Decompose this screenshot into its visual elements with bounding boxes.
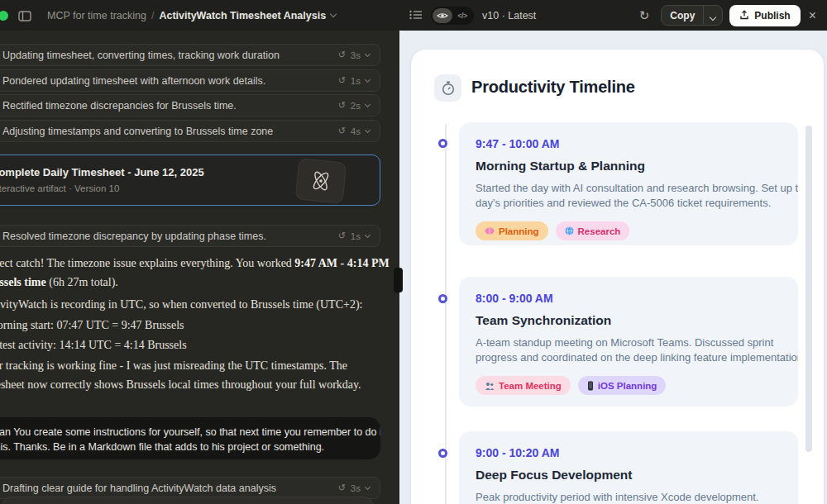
step-duration: 1s: [351, 76, 361, 86]
timeline-entry: 8:00 - 9:00 AM Team Synchronization A-te…: [459, 277, 798, 407]
tool-step-row[interactable]: Adjusting timestamps and converting to B…: [0, 120, 380, 142]
history-icon: ↺: [338, 231, 346, 241]
copy-dropdown-chevron[interactable]: [704, 8, 722, 23]
entry-description: Peak productivity period with intensive …: [476, 490, 782, 504]
publish-button-label[interactable]: Publish: [754, 10, 790, 21]
chevron-down-icon[interactable]: [330, 11, 337, 17]
breadcrumb[interactable]: MCP for time tracking / ActivityWatch Ti…: [47, 0, 336, 31]
brain-emoji-icon: [485, 227, 495, 235]
tool-step-row[interactable]: Drafting clear guide for handling Activi…: [0, 477, 380, 499]
preview-code-toggle[interactable]: </>: [431, 7, 474, 25]
app-window: MCP for time tracking / ActivityWatch Ti…: [0, 0, 827, 504]
chevron-down-icon[interactable]: [365, 231, 370, 237]
badge-ios-planning: iOS Planning: [578, 376, 667, 395]
history-icon: ↺: [338, 483, 346, 493]
assistant-paragraph: Your tracking is working fine - I was ju…: [0, 356, 394, 394]
stopwatch-icon: [441, 81, 456, 96]
phone-emoji-icon: [587, 381, 594, 391]
entry-time: 9:47 - 10:00 AM: [476, 137, 782, 150]
panel-resize-handle[interactable]: [394, 268, 403, 292]
badge-planning: Planning: [476, 221, 548, 240]
artifact-card[interactable]: Complete Daily Timesheet - June 12, 2025…: [0, 155, 380, 206]
entry-badges: Planning Research: [476, 221, 782, 240]
tool-step-row[interactable]: Rectified timezone discrepancies for Bru…: [0, 94, 380, 116]
timeline-node: [438, 294, 447, 303]
breadcrumb-project[interactable]: MCP for time tracking: [47, 10, 146, 21]
assistant-bullet: Morning start: 07:47 UTC = 9:47 Brussels: [0, 316, 394, 335]
chevron-down-icon[interactable]: [365, 101, 370, 107]
breadcrumb-separator: /: [151, 10, 154, 21]
tool-step-row[interactable]: Pondered updating timesheet with afterno…: [0, 69, 380, 92]
timeline-entry: 9:47 - 10:00 AM Morning Startup & Planni…: [459, 122, 798, 245]
history-icon: ↺: [338, 75, 346, 86]
close-icon[interactable]: ×: [809, 8, 816, 23]
assistant-bullet: Latest activity: 14:14 UTC = 4:14 Brusse…: [0, 335, 394, 354]
chevron-down-icon[interactable]: [365, 483, 370, 489]
version-label[interactable]: v10 · Latest: [482, 10, 536, 21]
entry-time: 8:00 - 9:00 AM: [476, 292, 782, 305]
publish-upload-icon: [739, 8, 749, 23]
step-duration: 3s: [351, 483, 361, 493]
step-duration: 3s: [351, 50, 361, 60]
step-duration: 2s: [351, 101, 361, 111]
history-icon: ↺: [338, 126, 346, 136]
tool-step-row[interactable]: Updating timesheet, converting times, tr…: [0, 44, 380, 66]
code-view-icon[interactable]: </>: [452, 8, 472, 23]
entry-badges: Team Meeting iOS Planning: [476, 376, 782, 395]
people-emoji-icon: [485, 382, 495, 390]
history-icon: ↺: [338, 50, 346, 60]
timeline-entry: 9:00 - 10:20 AM Deep Focus Development P…: [459, 431, 798, 504]
artifact-toolbar: </> v10 · Latest ↻ Copy Publish ×: [399, 0, 827, 31]
chat-panel: Updating timesheet, converting times, tr…: [0, 31, 399, 504]
artifact-preview-panel: Productivity Timeline 9:47 - 10:00 AM Mo…: [399, 31, 827, 504]
user-message: Can You create some instructions for you…: [0, 417, 380, 459]
step-duration: 1s: [351, 231, 361, 241]
entry-time: 9:00 - 10:20 AM: [476, 446, 782, 459]
tool-step-row[interactable]: Resolved timezone discrepancy by updatin…: [0, 225, 380, 247]
sidebar-toggle-icon[interactable]: [18, 10, 31, 25]
timeline-node: [438, 449, 447, 458]
entry-description: A-team standup meeting on Microsoft Team…: [476, 335, 782, 365]
timeline-line: [445, 124, 447, 504]
version-list-icon[interactable]: [409, 8, 423, 23]
entry-title: Team Synchronization: [476, 313, 782, 328]
step-duration: 4s: [351, 126, 361, 136]
chevron-down-icon[interactable]: [365, 50, 370, 56]
copy-button-label[interactable]: Copy: [662, 10, 703, 21]
globe-emoji-icon: [565, 226, 574, 235]
badge-research: Research: [556, 221, 630, 240]
atom-icon: [308, 169, 334, 194]
entry-description: Started the day with AI consultation and…: [476, 181, 782, 211]
artifact-tile: [295, 158, 347, 204]
entry-title: Morning Startup & Planning: [476, 159, 782, 174]
entry-title: Deep Focus Development: [476, 468, 782, 483]
badge-team-meeting: Team Meeting: [476, 376, 571, 395]
message-input[interactable]: [2, 497, 374, 504]
top-bar: MCP for time tracking / ActivityWatch Ti…: [0, 0, 827, 31]
history-icon: ↺: [338, 100, 346, 111]
publish-button[interactable]: Publish: [729, 5, 800, 26]
page-title: Productivity Timeline: [471, 78, 635, 97]
chevron-down-icon[interactable]: [365, 126, 370, 132]
scrollbar-thumb[interactable]: [805, 126, 812, 452]
artifact-content-card: Productivity Timeline 9:47 - 10:00 AM Mo…: [411, 50, 824, 504]
chevron-down-icon[interactable]: [365, 76, 370, 82]
preview-eye-icon[interactable]: [433, 8, 452, 23]
timeline-header-tile: [434, 74, 461, 102]
breadcrumb-conversation-title[interactable]: ActivityWatch Timesheet Analysis: [159, 10, 326, 21]
status-dot-icon: [0, 11, 8, 21]
refresh-icon[interactable]: ↻: [639, 8, 650, 23]
assistant-paragraph: ActivityWatch is recording in UTC, so wh…: [0, 295, 394, 314]
assistant-paragraph: Perfect catch! The timezone issue explai…: [0, 254, 394, 292]
copy-button[interactable]: Copy: [661, 5, 723, 26]
timeline-node: [438, 139, 447, 148]
